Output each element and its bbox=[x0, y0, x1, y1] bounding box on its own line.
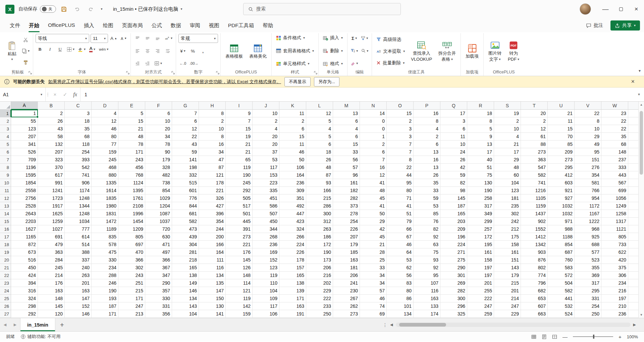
cell[interactable]: 28 bbox=[360, 248, 387, 256]
cell[interactable]: 259 bbox=[467, 310, 494, 318]
next-sheet-icon[interactable]: ▶ bbox=[10, 318, 20, 331]
cell[interactable]: 66 bbox=[387, 225, 414, 233]
cell[interactable]: 178 bbox=[279, 256, 306, 264]
font-dialog-launcher-icon[interactable] bbox=[126, 71, 129, 74]
cell[interactable]: 161 bbox=[467, 248, 494, 256]
row-header-8[interactable]: 8 bbox=[0, 164, 11, 171]
ribbon-tab-review[interactable]: 审阅 bbox=[185, 19, 205, 32]
cell[interactable] bbox=[628, 225, 638, 233]
cell[interactable]: 107 bbox=[414, 279, 440, 287]
column-header-R[interactable]: R bbox=[467, 102, 494, 110]
zoom-slider[interactable] bbox=[573, 336, 613, 337]
cell[interactable]: 451 bbox=[253, 194, 279, 202]
cell[interactable]: 118 bbox=[65, 140, 92, 148]
cell[interactable]: 61 bbox=[521, 133, 548, 140]
cell[interactable]: 53 bbox=[253, 156, 279, 164]
cell[interactable]: 206 bbox=[306, 264, 333, 272]
ribbon-tab-pdf-toolbox[interactable]: PDF工具箱 bbox=[224, 19, 259, 32]
cell[interactable]: 1625 bbox=[38, 210, 65, 218]
column-header-C[interactable]: C bbox=[65, 102, 92, 110]
cell[interactable]: 607 bbox=[521, 302, 548, 310]
cell[interactable]: 601 bbox=[172, 187, 199, 194]
addins-button[interactable]: 加载项 bbox=[463, 34, 481, 68]
cell[interactable]: 22 bbox=[601, 117, 628, 125]
cell[interactable]: 57 bbox=[333, 164, 360, 171]
cell[interactable]: 143 bbox=[494, 264, 521, 272]
close-button[interactable]: × bbox=[629, 0, 644, 18]
cell[interactable]: 193 bbox=[92, 295, 118, 302]
cell[interactable]: 1614 bbox=[92, 187, 118, 194]
cell[interactable]: 263 bbox=[65, 272, 92, 279]
advanced-filter-button[interactable]: 高级筛选 bbox=[374, 36, 407, 44]
cell[interactable]: 7 bbox=[226, 117, 253, 125]
cell[interactable]: 139 bbox=[279, 287, 306, 295]
cell[interactable]: 2 bbox=[199, 117, 226, 125]
cell[interactable]: 516 bbox=[11, 256, 38, 264]
vlookup-button[interactable]: 查找录入 VLOOKUP bbox=[409, 34, 434, 68]
cell[interactable]: 10 bbox=[199, 125, 226, 133]
cell[interactable]: 16 bbox=[360, 164, 387, 171]
cell[interactable]: 153 bbox=[253, 171, 279, 179]
underline-button[interactable]: U bbox=[56, 45, 64, 54]
cell[interactable]: 1032 bbox=[548, 210, 575, 218]
cell[interactable]: 296 bbox=[440, 302, 467, 310]
cell[interactable]: 226 bbox=[333, 225, 360, 233]
cell[interactable]: 216 bbox=[601, 287, 628, 295]
ribbon-tab-formulas[interactable]: 公式 bbox=[147, 19, 166, 32]
cell[interactable]: 312 bbox=[306, 218, 333, 225]
cell[interactable]: 330 bbox=[145, 295, 172, 302]
ribbon-tab-data[interactable]: 数据 bbox=[166, 19, 185, 32]
cell[interactable]: 2 bbox=[387, 117, 414, 125]
italic-button[interactable]: I bbox=[46, 45, 54, 54]
row-header-12[interactable]: 12 bbox=[0, 194, 11, 202]
format-painter-button[interactable] bbox=[21, 58, 31, 67]
row-header-21[interactable]: 21 bbox=[0, 264, 11, 272]
select-all-corner[interactable] bbox=[0, 102, 11, 110]
save-as-button[interactable]: 另存为... bbox=[314, 77, 339, 87]
cell[interactable]: 23 bbox=[601, 110, 628, 117]
cell[interactable] bbox=[628, 241, 638, 248]
cell[interactable]: 332 bbox=[172, 171, 199, 179]
cell[interactable]: 16 bbox=[414, 110, 440, 117]
cell[interactable]: 101 bbox=[387, 302, 414, 310]
cell[interactable]: 15 bbox=[387, 110, 414, 117]
cell[interactable]: 21 bbox=[226, 148, 253, 156]
cell[interactable]: 1723 bbox=[38, 194, 65, 202]
cell[interactable]: 0 bbox=[360, 125, 387, 133]
cell[interactable]: 85 bbox=[414, 210, 440, 218]
cell[interactable]: 11 bbox=[548, 117, 575, 125]
cell[interactable]: 501 bbox=[226, 210, 253, 218]
cell[interactable]: 190 bbox=[226, 171, 253, 179]
table-template-button[interactable]: 表格模板 bbox=[223, 34, 245, 68]
cell[interactable]: 10 bbox=[145, 117, 172, 125]
cell[interactable]: 197 bbox=[467, 272, 494, 279]
cell[interactable]: 4 bbox=[306, 125, 333, 133]
cell[interactable]: 92 bbox=[414, 264, 440, 272]
align-top-button[interactable] bbox=[133, 34, 142, 43]
cell[interactable]: 22 bbox=[387, 164, 414, 171]
cell[interactable]: 3 bbox=[65, 110, 92, 117]
cell[interactable]: 1124 bbox=[118, 179, 145, 187]
cell[interactable]: 12 bbox=[360, 171, 387, 179]
accounting-format-button[interactable]: ¥▾ bbox=[178, 47, 187, 55]
cell[interactable]: 250 bbox=[575, 310, 601, 318]
cell[interactable]: 11 bbox=[440, 133, 467, 140]
cell[interactable]: 420 bbox=[601, 256, 628, 264]
column-header-S[interactable]: S bbox=[494, 102, 521, 110]
column-header-E[interactable]: E bbox=[118, 102, 145, 110]
column-header-Q[interactable]: Q bbox=[440, 102, 467, 110]
cell[interactable]: 151 bbox=[494, 256, 521, 264]
cell[interactable]: 48 bbox=[306, 164, 333, 171]
cell[interactable] bbox=[628, 302, 638, 310]
cell[interactable]: 1342 bbox=[521, 241, 548, 248]
row-header-4[interactable]: 4 bbox=[0, 133, 11, 140]
cell[interactable]: 221 bbox=[226, 241, 253, 248]
cell[interactable]: 2 bbox=[38, 110, 65, 117]
cell[interactable]: 21 bbox=[226, 140, 253, 148]
cell[interactable]: 301 bbox=[440, 272, 467, 279]
cell[interactable]: 34 bbox=[360, 272, 387, 279]
column-header-P[interactable]: P bbox=[414, 102, 440, 110]
cell[interactable]: 15 bbox=[548, 125, 575, 133]
cell[interactable]: 151 bbox=[575, 156, 601, 164]
cell[interactable]: 872 bbox=[11, 241, 38, 248]
